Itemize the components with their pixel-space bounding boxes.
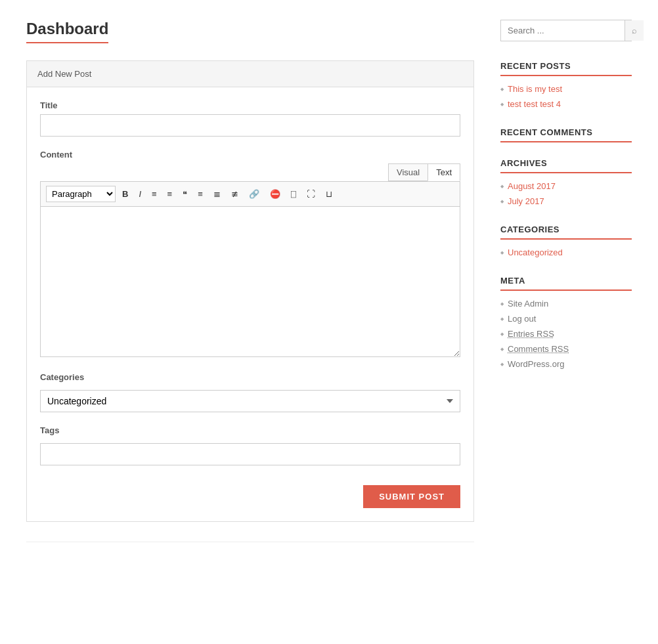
meta-link-5[interactable]: WordPress.org [508,359,564,369]
recent-comments-title: RECENT COMMENTS [500,127,632,142]
add-new-post-label: Add New Post [37,69,91,79]
content-label: Content [40,150,460,160]
table-button[interactable]: ⎕ [287,186,300,202]
tab-text[interactable]: Text [428,163,460,181]
unordered-list-button[interactable]: ≡ [148,186,161,202]
align-center-button[interactable]: ≣ [209,186,225,202]
title-input[interactable] [40,114,460,137]
content-section: Content Visual Text ParagraphHeading 1He… [40,150,460,359]
tags-section: Tags [40,425,460,465]
ordered-list-button[interactable]: ≡ [164,186,177,202]
link-button[interactable]: 🔗 [245,186,263,202]
category-link-1[interactable]: Uncategorized [508,247,563,257]
recent-posts-title: RECENT POSTS [500,61,632,76]
meta-title: META [500,276,632,291]
post-box-body: Title Content Visual Text ParagraphHeadi… [27,87,473,521]
meta-link-3[interactable]: Entries RSS [508,329,554,339]
list-item: Log out [500,311,632,326]
title-label: Title [40,100,460,110]
list-item: Entries RSS [500,326,632,341]
page-divider [26,542,474,542]
fullscreen-button[interactable]: ⛶ [303,186,319,202]
list-item: Comments RSS [500,341,632,356]
archives-title: ARCHIVES [500,158,632,173]
recent-posts-list: This is my test test test test 4 [500,81,632,112]
list-item: Site Admin [500,296,632,311]
unlink-button[interactable]: ⛔ [266,186,284,202]
archive-link-1[interactable]: August 2017 [508,181,556,191]
meta-link-1[interactable]: Site Admin [508,299,548,309]
categories-section: Categories Uncategorized [40,372,460,412]
recent-post-link-1[interactable]: This is my test [508,84,562,94]
italic-button[interactable]: I [135,186,145,202]
sidebar-recent-posts: RECENT POSTS This is my test test test t… [500,61,632,112]
search-button[interactable]: ⌕ [625,20,644,41]
page-title: Dashboard [26,20,108,43]
list-item: This is my test [500,81,632,97]
sidebar-recent-comments: RECENT COMMENTS [500,127,632,142]
align-left-button[interactable]: ≡ [194,186,207,202]
archive-link-2[interactable]: July 2017 [508,196,544,206]
editor-toolbar: ParagraphHeading 1Heading 2Heading 3Head… [40,181,460,206]
categories-list: Uncategorized [500,245,632,260]
list-item: July 2017 [500,194,632,209]
categories-select[interactable]: Uncategorized [40,390,460,412]
submit-post-button[interactable]: SUBMIT POST [363,485,460,508]
sidebar-categories: CATEGORIES Uncategorized [500,225,632,260]
tab-visual[interactable]: Visual [388,163,428,181]
sidebar: ⌕ RECENT POSTS This is my test test test… [500,20,632,542]
search-input[interactable] [501,20,625,41]
editor-tabs: Visual Text [40,163,460,181]
post-form-box: Add New Post Title Content Visual Text P… [26,60,474,522]
categories-label: Categories [40,372,460,382]
meta-list: Site Admin Log out Entries RSS Comments … [500,296,632,372]
blockquote-button[interactable]: ❝ [179,186,191,202]
categories-sidebar-title: CATEGORIES [500,225,632,240]
post-box-header: Add New Post [27,61,473,87]
meta-link-2[interactable]: Log out [508,314,536,324]
list-item: Uncategorized [500,245,632,260]
tags-input[interactable] [40,443,460,465]
list-item: test test test 4 [500,97,632,112]
submit-row: SUBMIT POST [40,479,460,508]
paragraph-select[interactable]: ParagraphHeading 1Heading 2Heading 3Head… [46,186,116,202]
sidebar-archives: ARCHIVES August 2017 July 2017 [500,158,632,209]
list-item: August 2017 [500,179,632,194]
recent-post-link-2[interactable]: test test test 4 [508,99,561,109]
sidebar-meta: META Site Admin Log out Entries RSS Comm… [500,276,632,372]
content-editor[interactable] [40,206,460,357]
list-item: WordPress.org [500,356,632,372]
tags-label: Tags [40,425,460,435]
main-content: Dashboard Add New Post Title Content Vis… [26,20,474,542]
meta-link-4[interactable]: Comments RSS [508,344,569,354]
bold-button[interactable]: B [118,186,132,202]
grid-button[interactable]: ⊔ [322,186,336,202]
search-icon: ⌕ [632,26,637,35]
search-box: ⌕ [500,20,632,41]
archives-list: August 2017 July 2017 [500,179,632,209]
align-right-button[interactable]: ≢ [227,186,242,202]
